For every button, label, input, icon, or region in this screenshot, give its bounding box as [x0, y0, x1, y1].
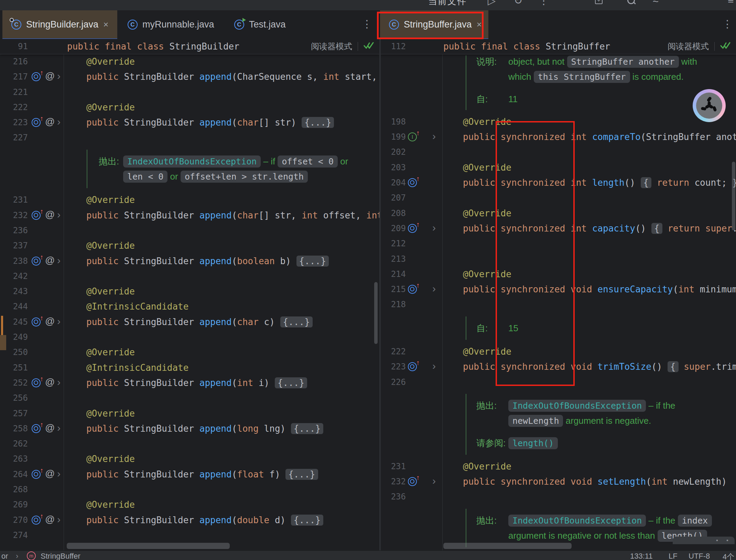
- code-line-257[interactable]: 257@Override: [0, 406, 379, 421]
- code-line-231[interactable]: 231@Override: [0, 192, 379, 207]
- fold-chevron-icon[interactable]: ›: [57, 117, 61, 127]
- fold-chevron-icon[interactable]: ›: [432, 361, 436, 371]
- code-line-202[interactable]: 202: [381, 144, 736, 160]
- fold-chevron-icon[interactable]: ›: [57, 316, 61, 326]
- fold-chevron-icon[interactable]: ›: [57, 423, 61, 433]
- code-line-242[interactable]: 242: [0, 269, 379, 284]
- annotation-gutter-icon[interactable]: @: [45, 469, 55, 478]
- code-line-203[interactable]: 203@Override: [381, 160, 736, 175]
- annotation-gutter-icon[interactable]: @: [45, 377, 55, 387]
- editor-right-stringbuffer[interactable]: 说明:object, but not StringBuffer another …: [381, 39, 736, 550]
- right-tab-options-icon[interactable]: ⋮: [722, 18, 733, 30]
- overrides-gutter-icon[interactable]: [408, 224, 417, 233]
- code-line-204[interactable]: 204public synchronized int length() { re…: [381, 175, 736, 190]
- toolbar-scope-label[interactable]: 当前文件: [428, 0, 467, 7]
- overrides-gutter-icon[interactable]: [32, 470, 41, 479]
- tab-test-java[interactable]: CTest.java: [225, 10, 294, 39]
- search-icon[interactable]: [627, 0, 635, 4]
- overrides-gutter-icon[interactable]: [408, 285, 417, 294]
- left-tab-options-icon[interactable]: ⋮: [362, 18, 372, 30]
- editor-left-stringbuilder[interactable]: 216@Override217@›public StringBuilder ap…: [0, 39, 379, 550]
- code-line-245[interactable]: 245@›public StringBuilder append(char c)…: [0, 314, 379, 330]
- add-box-icon[interactable]: +: [595, 0, 603, 4]
- doc-link-chip[interactable]: IndexOutOfBoundsException: [123, 155, 261, 168]
- breadcrumb-item[interactable]: StringBuffer: [41, 552, 80, 560]
- fold-chevron-icon[interactable]: ›: [57, 71, 61, 81]
- code-line-226[interactable]: 226: [381, 375, 736, 390]
- overrides-gutter-icon[interactable]: [408, 362, 417, 371]
- code-line-232[interactable]: 232@›public StringBuilder append(char[] …: [0, 208, 379, 223]
- code-line-223[interactable]: 223@›public StringBuilder append(char[] …: [0, 115, 379, 130]
- code-line-199[interactable]: 199I›public synchronized int compareTo(S…: [381, 129, 736, 144]
- run-icon[interactable]: ▷: [488, 0, 496, 7]
- fold-chevron-icon[interactable]: ›: [432, 284, 436, 293]
- line-ending[interactable]: LF: [669, 552, 678, 560]
- breadcrumb-overflow[interactable]: or: [1, 552, 8, 560]
- code-line-218[interactable]: 218: [381, 297, 736, 312]
- code-line-249[interactable]: 249: [0, 330, 379, 345]
- overrides-gutter-icon[interactable]: [32, 257, 41, 266]
- tab-stringbuffer-java[interactable]: CStringBuffer.java×: [380, 10, 488, 39]
- code-line-250[interactable]: 250@Override: [0, 345, 379, 360]
- more-icon[interactable]: ⋮: [539, 0, 549, 7]
- code-line-236[interactable]: 236: [0, 223, 379, 238]
- floating-toolbar[interactable]: ▪▪: [673, 537, 735, 544]
- code-line-268[interactable]: 268: [0, 482, 379, 497]
- code-line-251[interactable]: 251@IntrinsicCandidate: [0, 360, 379, 375]
- code-line-244[interactable]: 244@IntrinsicCandidate: [0, 299, 379, 314]
- right-vertical-scrollbar[interactable]: [732, 162, 735, 230]
- code-line-198[interactable]: 198@Override: [381, 114, 736, 129]
- overrides-gutter-icon[interactable]: [32, 378, 41, 387]
- code-line-222[interactable]: 222@Override: [0, 100, 379, 115]
- code-line-223[interactable]: 223›public synchronized void trimToSize(…: [381, 359, 736, 374]
- overrides-gutter-icon[interactable]: [32, 317, 41, 326]
- caret-position[interactable]: 133:11: [630, 552, 653, 560]
- implements-gutter-icon[interactable]: I: [408, 132, 417, 141]
- code-line-222[interactable]: 222@Override: [381, 344, 736, 359]
- fold-chevron-icon[interactable]: ›: [57, 377, 61, 387]
- code-line-214[interactable]: 214@Override: [381, 267, 736, 282]
- close-icon[interactable]: ×: [477, 21, 482, 28]
- code-line-227[interactable]: 227: [0, 130, 379, 145]
- left-vertical-scrollbar[interactable]: [374, 282, 378, 344]
- code-line-243[interactable]: 243@Override: [0, 284, 379, 299]
- tab-myrunnable-java[interactable]: CmyRunnable.java: [119, 10, 222, 39]
- code-line-212[interactable]: 212: [381, 236, 736, 251]
- indent-info[interactable]: 4个: [723, 552, 734, 560]
- overrides-gutter-icon[interactable]: [32, 211, 41, 220]
- doc-link-chip[interactable]: IndexOutOfBoundsException: [508, 515, 646, 527]
- code-line-256[interactable]: 256: [0, 390, 379, 406]
- code-line-207[interactable]: 207: [381, 190, 736, 205]
- overrides-gutter-icon[interactable]: [32, 118, 41, 127]
- overrides-gutter-icon[interactable]: [32, 516, 41, 525]
- right-horizontal-scrollbar[interactable]: [443, 543, 572, 549]
- annotation-gutter-icon[interactable]: @: [45, 117, 55, 127]
- code-line-236[interactable]: 236: [381, 489, 736, 504]
- code-line-221[interactable]: 221: [0, 85, 379, 100]
- fold-chevron-icon[interactable]: ›: [57, 256, 61, 265]
- annotation-gutter-icon[interactable]: @: [45, 515, 55, 524]
- code-line-258[interactable]: 258@›public StringBuilder append(long ln…: [0, 421, 379, 436]
- code-line-270[interactable]: 270@›public StringBuilder append(double …: [0, 513, 379, 528]
- inspections-ok-icon[interactable]: [720, 41, 731, 52]
- annotation-gutter-icon[interactable]: @: [45, 423, 55, 433]
- code-line-213[interactable]: 213: [381, 251, 736, 267]
- code-line-274[interactable]: 274: [0, 528, 379, 543]
- ai-assistant-logo[interactable]: [693, 89, 726, 122]
- code-line-215[interactable]: 215›public synchronized void ensureCapac…: [381, 282, 736, 297]
- code-line-262[interactable]: 262: [0, 436, 379, 451]
- encoding[interactable]: UTF-8: [689, 552, 710, 560]
- fold-chevron-icon[interactable]: ›: [432, 476, 436, 486]
- fold-chevron-icon[interactable]: ›: [57, 515, 61, 524]
- menu-icon[interactable]: ≡: [728, 0, 734, 6]
- code-line-269[interactable]: 269@Override: [0, 497, 379, 512]
- code-line-263[interactable]: 263@Override: [0, 451, 379, 466]
- code-line-231[interactable]: 231@Override: [381, 459, 736, 474]
- code-line-252[interactable]: 252@›public StringBuilder append(int i) …: [0, 375, 379, 390]
- code-line-264[interactable]: 264@›public StringBuilder append(float f…: [0, 467, 379, 482]
- fold-chevron-icon[interactable]: ›: [432, 223, 436, 233]
- code-line-209[interactable]: 209›public synchronized int capacity() {…: [381, 221, 736, 236]
- wave-icon[interactable]: ≈: [653, 0, 658, 6]
- doc-link-chip[interactable]: IndexOutOfBoundsException: [508, 400, 646, 412]
- code-line-232[interactable]: 232›public synchronized void setLength(i…: [381, 474, 736, 489]
